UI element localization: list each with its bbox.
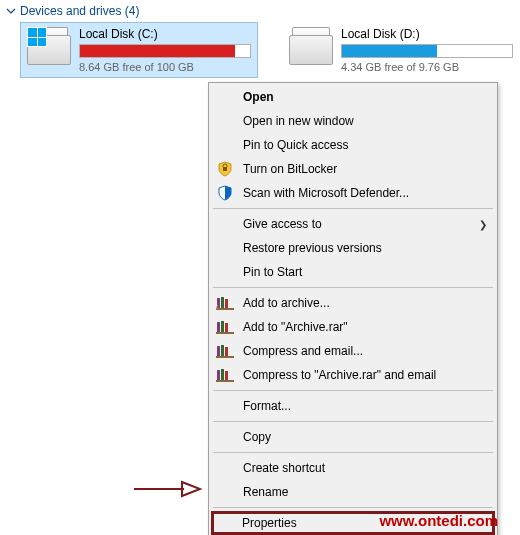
- usage-bar: [341, 44, 513, 58]
- chevron-down-icon: [6, 6, 16, 16]
- svg-rect-8: [216, 332, 234, 334]
- separator: [213, 421, 493, 422]
- svg-rect-7: [225, 323, 228, 333]
- menu-label: Restore previous versions: [243, 241, 475, 255]
- defender-icon: [215, 183, 235, 203]
- drive-icon: [289, 27, 333, 65]
- menu-compress-archive-email[interactable]: Compress to "Archive.rar" and email: [211, 363, 495, 387]
- submenu-arrow-icon: ❯: [479, 219, 487, 230]
- menu-label: Pin to Quick access: [243, 138, 475, 152]
- menu-label: Give access to: [243, 217, 475, 231]
- svg-rect-10: [221, 345, 224, 357]
- section-title: Devices and drives (4): [20, 4, 139, 18]
- menu-label: Format...: [243, 399, 475, 413]
- menu-compress-email[interactable]: Compress and email...: [211, 339, 495, 363]
- blank-icon: [215, 135, 235, 155]
- svg-rect-3: [225, 299, 228, 309]
- annotation-arrow-icon: [132, 478, 202, 503]
- blank-icon: [215, 427, 235, 447]
- winrar-icon: [215, 341, 235, 361]
- svg-rect-6: [221, 321, 224, 333]
- menu-open[interactable]: Open: [211, 85, 495, 109]
- menu-format[interactable]: Format...: [211, 394, 495, 418]
- section-header[interactable]: Devices and drives (4): [0, 0, 520, 22]
- svg-rect-13: [217, 370, 220, 381]
- windows-logo-icon: [27, 27, 47, 47]
- menu-label: Compress to "Archive.rar" and email: [243, 368, 475, 382]
- drive-c[interactable]: Local Disk (C:) 8.64 GB free of 100 GB: [20, 22, 258, 78]
- svg-rect-5: [217, 322, 220, 333]
- menu-add-archive[interactable]: Add to archive...: [211, 291, 495, 315]
- menu-label: Add to "Archive.rar": [243, 320, 475, 334]
- menu-rename[interactable]: Rename: [211, 480, 495, 504]
- menu-give-access[interactable]: Give access to ❯: [211, 212, 495, 236]
- svg-rect-16: [216, 380, 234, 382]
- menu-defender[interactable]: Scan with Microsoft Defender...: [211, 181, 495, 205]
- blank-icon: [215, 238, 235, 258]
- svg-rect-11: [225, 347, 228, 357]
- menu-label: Pin to Start: [243, 265, 475, 279]
- menu-label: Create shortcut: [243, 461, 475, 475]
- separator: [213, 390, 493, 391]
- blank-icon: [215, 482, 235, 502]
- menu-label: Compress and email...: [243, 344, 475, 358]
- drive-d[interactable]: Local Disk (D:) 4.34 GB free of 9.76 GB: [282, 22, 520, 78]
- drives-list: Local Disk (C:) 8.64 GB free of 100 GB L…: [0, 22, 520, 78]
- menu-label: Open in new window: [243, 114, 475, 128]
- svg-rect-4: [216, 308, 234, 310]
- separator: [213, 507, 493, 508]
- winrar-icon: [215, 317, 235, 337]
- menu-restore[interactable]: Restore previous versions: [211, 236, 495, 260]
- blank-icon: [215, 214, 235, 234]
- menu-label: Open: [243, 90, 475, 104]
- menu-pin-start[interactable]: Pin to Start: [211, 260, 495, 284]
- svg-rect-1: [217, 298, 220, 309]
- svg-rect-12: [216, 356, 234, 358]
- blank-icon: [215, 87, 235, 107]
- blank-icon: [215, 458, 235, 478]
- menu-bitlocker[interactable]: Turn on BitLocker: [211, 157, 495, 181]
- drive-name: Local Disk (C:): [79, 27, 251, 41]
- svg-rect-9: [217, 346, 220, 357]
- shield-icon: [215, 159, 235, 179]
- blank-icon: [215, 262, 235, 282]
- menu-label: Rename: [243, 485, 475, 499]
- separator: [213, 208, 493, 209]
- winrar-icon: [215, 293, 235, 313]
- svg-marker-18: [182, 482, 200, 496]
- winrar-icon: [215, 365, 235, 385]
- drive-name: Local Disk (D:): [341, 27, 513, 41]
- drive-free-text: 8.64 GB free of 100 GB: [79, 61, 251, 73]
- separator: [213, 287, 493, 288]
- menu-copy[interactable]: Copy: [211, 425, 495, 449]
- svg-rect-2: [221, 297, 224, 309]
- svg-rect-15: [225, 371, 228, 381]
- drive-free-text: 4.34 GB free of 9.76 GB: [341, 61, 513, 73]
- menu-create-shortcut[interactable]: Create shortcut: [211, 456, 495, 480]
- menu-label: Add to archive...: [243, 296, 475, 310]
- drive-icon: [27, 27, 71, 65]
- menu-label: Copy: [243, 430, 475, 444]
- svg-rect-14: [221, 369, 224, 381]
- blank-icon: [215, 396, 235, 416]
- blank-icon: [215, 111, 235, 131]
- svg-rect-0: [223, 167, 227, 171]
- menu-add-archive-rar[interactable]: Add to "Archive.rar": [211, 315, 495, 339]
- menu-pin-quick-access[interactable]: Pin to Quick access: [211, 133, 495, 157]
- menu-label: Turn on BitLocker: [243, 162, 475, 176]
- watermark: www.ontedi.com: [379, 512, 498, 529]
- usage-bar: [79, 44, 251, 58]
- menu-open-new-window[interactable]: Open in new window: [211, 109, 495, 133]
- menu-label: Scan with Microsoft Defender...: [243, 186, 475, 200]
- separator: [213, 452, 493, 453]
- context-menu: Open Open in new window Pin to Quick acc…: [208, 82, 498, 535]
